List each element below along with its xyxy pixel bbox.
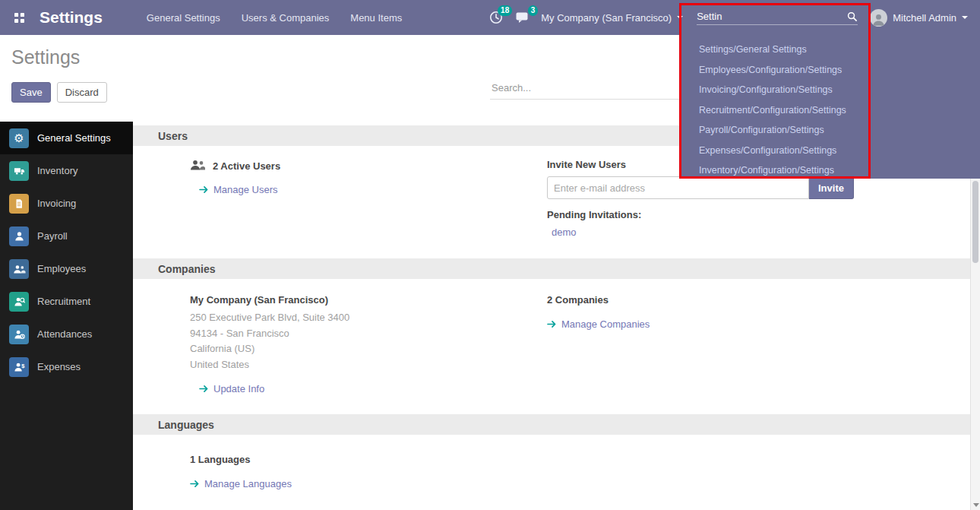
arrow-right-icon [199,185,209,194]
payroll-icon [9,226,29,246]
pending-invitations-label: Pending Invitations: [547,209,947,220]
manage-companies-label: Manage Companies [561,318,650,330]
section-heading-companies: Companies [133,258,970,279]
languages-section: 1 Languages Manage Languages [133,435,970,499]
sidebar-item-recruitment[interactable]: Recruitment [0,285,133,318]
sidebar-item-employees[interactable]: Employees [0,252,133,285]
avatar-person-glyph [871,12,886,27]
sidebar-item-label: Employees [37,263,86,274]
employees-icon [9,259,29,279]
inventory-icon [9,161,29,181]
user-menu[interactable]: Mitchell Admin [870,9,968,27]
svg-text:$: $ [21,363,25,369]
activities-icon[interactable]: 18 [489,11,503,24]
companies-section: My Company (San Francisco) 250 Executive… [133,279,970,414]
action-buttons: Save Discard [11,82,107,103]
save-button[interactable]: Save [11,82,51,103]
top-navbar: Settings General Settings Users & Compan… [0,0,980,35]
sidebar-item-label: Payroll [37,230,68,242]
invite-email-input[interactable] [547,176,809,199]
address-line: California (US) [190,341,547,357]
scrollbar-thumb[interactable] [972,181,978,263]
sidebar-item-label: Inventory [37,165,77,176]
manage-companies-link[interactable]: Manage Companies [547,318,650,330]
sidebar-item-payroll[interactable]: Payroll [0,220,133,252]
invite-button[interactable]: Invite [809,176,854,199]
search-icon[interactable] [846,11,858,22]
update-info-link[interactable]: Update Info [199,383,264,394]
sidebar-item-general-settings[interactable]: ⚙ General Settings [0,122,133,154]
caret-down-icon [677,16,683,19]
page-title: Settings [11,46,80,68]
menu-menu-items[interactable]: Menu Items [349,9,403,27]
company-name: My Company (San Francisco) [190,294,547,306]
invite-input-group: Invite [547,176,947,199]
sidebar-item-label: General Settings [37,132,111,144]
sidebar-item-label: Attendances [37,328,92,340]
sidebar-item-label: Recruitment [37,296,90,307]
odoo-settings-screen: Settings General Settings Users & Compan… [0,0,980,510]
arrow-right-icon [547,320,557,328]
chat-bubble-glyph [515,11,529,24]
arrow-right-icon [199,385,209,393]
search-result-item[interactable]: Inventory/Configuration/Settings [699,160,980,179]
sidebar-item-invoicing[interactable]: Invoicing [0,187,133,220]
app-menu-bar: General Settings Users & Companies Menu … [145,9,403,27]
search-result-item[interactable]: Employees/Configuration/Settings [699,60,980,81]
recruitment-icon [9,292,29,312]
update-info-label: Update Info [213,383,264,394]
manage-languages-label: Manage Languages [204,478,292,489]
search-result-item[interactable]: Payroll/Configuration/Settings [699,120,980,141]
search-result-item[interactable]: Expenses/Configuration/Settings [699,141,980,161]
search-result-item[interactable]: Recruitment/Configuration/Settings [699,100,980,121]
sidebar-item-attendances[interactable]: Attendances [0,318,133,350]
menu-search-dropdown: Settings/General Settings Employees/Conf… [680,35,980,179]
apps-grid-glyph [14,13,24,23]
address-line: 94134 - San Francisco [190,326,547,342]
active-users-count: 2 Active Users [213,160,280,172]
activities-badge: 18 [498,5,512,16]
settings-sidebar: ⚙ General Settings Inventory Invoicing P… [0,122,133,510]
messages-icon[interactable]: 3 [515,11,529,24]
discard-button[interactable]: Discard [57,82,107,103]
general-settings-icon: ⚙ [9,128,29,148]
company-address: 250 Executive Park Blvd, Suite 3400 9413… [190,310,547,372]
section-heading-languages: Languages [133,414,970,435]
scroll-down-arrow-icon[interactable] [973,503,979,507]
sidebar-item-label: Expenses [37,361,81,372]
arrow-right-icon [190,480,200,488]
section-heading-label: Languages [158,419,214,431]
attendances-icon [9,325,29,344]
sidebar-item-inventory[interactable]: Inventory [0,154,133,187]
languages-count: 1 Languages [190,454,547,465]
address-line: 250 Executive Park Blvd, Suite 3400 [190,310,547,326]
menu-search-box [697,11,858,25]
users-group-icon [190,159,205,173]
search-result-item[interactable]: Settings/General Settings [699,40,980,60]
manage-users-link[interactable]: Manage Users [199,184,278,195]
caret-down-icon [962,16,968,19]
manage-languages-link[interactable]: Manage Languages [190,478,292,489]
sidebar-item-label: Invoicing [37,198,76,209]
section-heading-label: Users [158,130,188,142]
app-brand-title: Settings [40,8,103,27]
invoicing-icon [9,194,29,214]
manage-users-label: Manage Users [213,184,278,195]
search-result-item[interactable]: Invoicing/Configuration/Settings [699,80,980,100]
company-switcher[interactable]: My Company (San Francisco) [541,12,683,24]
avatar [870,9,887,27]
menu-search-input[interactable] [697,11,846,22]
sidebar-item-expenses[interactable]: $ Expenses [0,350,133,383]
expenses-icon: $ [9,357,29,377]
user-name: Mitchell Admin [893,12,956,24]
systray: 18 3 My Company (San Francisco) Mitchell… [489,9,972,27]
menu-general-settings[interactable]: General Settings [145,9,222,27]
messages-badge: 3 [528,5,539,16]
company-switcher-label: My Company (San Francisco) [541,12,672,24]
companies-count: 2 Companies [547,294,947,306]
pending-user-link[interactable]: demo [552,226,577,238]
address-line: United States [190,357,547,373]
section-heading-label: Companies [158,263,215,275]
menu-users-companies[interactable]: Users & Companies [240,9,331,27]
apps-grid-icon[interactable] [9,8,29,27]
